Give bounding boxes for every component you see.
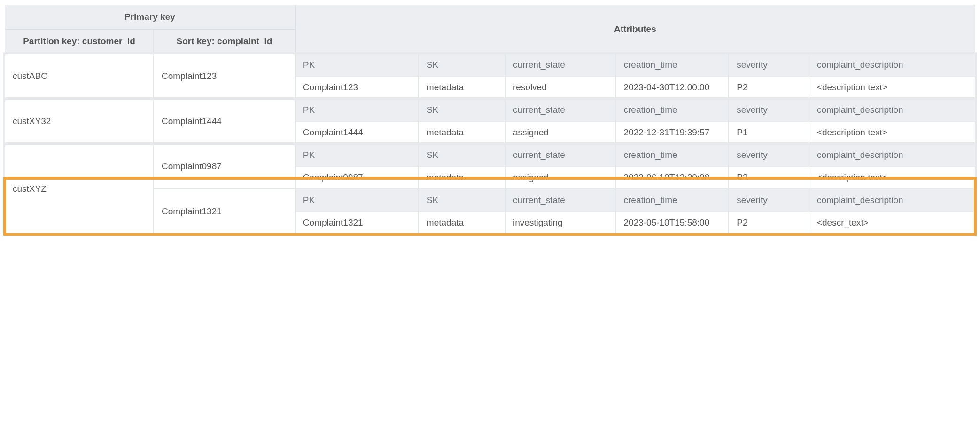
sort-key-cell: Complaint1321 <box>154 189 295 234</box>
attr-value: Complaint0987 <box>295 166 419 189</box>
header-sort-key: Sort key: complaint_id <box>154 29 295 54</box>
attr-col-header: PK <box>295 189 419 211</box>
attr-col-header: creation_time <box>616 54 729 76</box>
dynamodb-table: Primary key Attributes Partition key: cu… <box>5 5 975 234</box>
row-group: custABC Complaint123 PK SK current_state… <box>5 54 975 99</box>
attr-col-header: complaint_description <box>809 54 975 76</box>
attr-col-header: complaint_description <box>809 144 975 166</box>
attr-col-header: severity <box>729 54 809 76</box>
attr-col-header: creation_time <box>616 189 729 211</box>
attr-value: <description text> <box>809 166 975 189</box>
sort-key-cell: Complaint123 <box>154 54 295 99</box>
attr-col-header: complaint_description <box>809 189 975 211</box>
partition-key-cell: custXYZ <box>5 144 154 234</box>
attr-value: Complaint123 <box>295 76 419 99</box>
attr-value: P1 <box>729 121 809 144</box>
attr-value: P3 <box>729 166 809 189</box>
attr-value: <description text> <box>809 76 975 99</box>
attr-col-header: complaint_description <box>809 99 975 121</box>
header-attributes: Attributes <box>295 5 975 54</box>
row-group: custXY32 Complaint1444 PK SK current_sta… <box>5 99 975 144</box>
attr-col-header: current_state <box>505 144 616 166</box>
attr-value: assigned <box>505 166 616 189</box>
row-group: custXYZ Complaint0987 PK SK current_stat… <box>5 144 975 234</box>
attr-value: <descr_text> <box>809 211 975 234</box>
attr-value: 2023-06-10T12:30:08 <box>616 166 729 189</box>
attr-col-header: severity <box>729 189 809 211</box>
table-wrapper: Primary key Attributes Partition key: cu… <box>5 5 975 234</box>
attr-col-header: SK <box>419 144 505 166</box>
attr-value: metadata <box>419 211 505 234</box>
attr-col-header: SK <box>419 54 505 76</box>
attr-value: Complaint1321 <box>295 211 419 234</box>
attr-value: P2 <box>729 211 809 234</box>
attr-col-header: SK <box>419 99 505 121</box>
attr-value: 2022-12-31T19:39:57 <box>616 121 729 144</box>
attr-col-header: current_state <box>505 99 616 121</box>
partition-key-cell: custABC <box>5 54 154 99</box>
attr-col-header: PK <box>295 144 419 166</box>
attr-value: assigned <box>505 121 616 144</box>
partition-key-cell: custXY32 <box>5 99 154 144</box>
sort-key-cell: Complaint1444 <box>154 99 295 144</box>
attr-value: metadata <box>419 76 505 99</box>
attr-value: metadata <box>419 166 505 189</box>
attr-col-header: current_state <box>505 54 616 76</box>
attr-col-header: PK <box>295 99 419 121</box>
attr-value: Complaint1444 <box>295 121 419 144</box>
attr-col-header: creation_time <box>616 144 729 166</box>
attr-value: <description text> <box>809 121 975 144</box>
sort-key-cell: Complaint0987 <box>154 144 295 189</box>
attr-value: 2023-04-30T12:00:00 <box>616 76 729 99</box>
attr-value: resolved <box>505 76 616 99</box>
attr-value: P2 <box>729 76 809 99</box>
attr-col-header: current_state <box>505 189 616 211</box>
header-partition-key: Partition key: customer_id <box>5 29 154 54</box>
attr-value: investigating <box>505 211 616 234</box>
header-primary-key: Primary key <box>5 5 295 29</box>
attr-col-header: creation_time <box>616 99 729 121</box>
attr-col-header: severity <box>729 144 809 166</box>
attr-value: metadata <box>419 121 505 144</box>
attr-col-header: severity <box>729 99 809 121</box>
attr-col-header: SK <box>419 189 505 211</box>
attr-value: 2023-05-10T15:58:00 <box>616 211 729 234</box>
attr-col-header: PK <box>295 54 419 76</box>
